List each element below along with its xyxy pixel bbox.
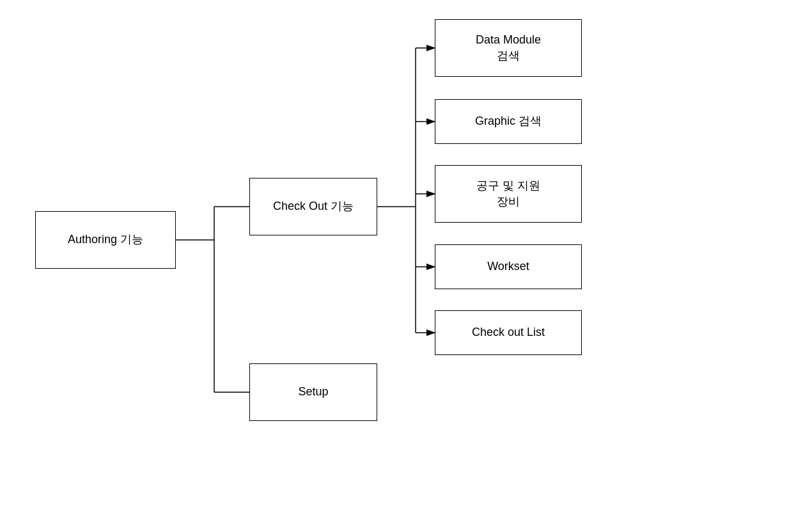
checkout-func-node: Check Out 기능: [249, 178, 377, 235]
diagram-container: Authoring 기능 Check Out 기능 Setup Data Mod…: [0, 0, 812, 508]
data-module-node: Data Module검색: [435, 19, 582, 77]
authoring-node: Authoring 기능: [35, 211, 176, 269]
setup-node: Setup: [249, 363, 377, 421]
workset-node: Workset: [435, 244, 582, 289]
graphic-node: Graphic 검색: [435, 99, 582, 144]
tools-node: 공구 및 지원장비: [435, 165, 582, 223]
checkout-list-node: Check out List: [435, 310, 582, 355]
